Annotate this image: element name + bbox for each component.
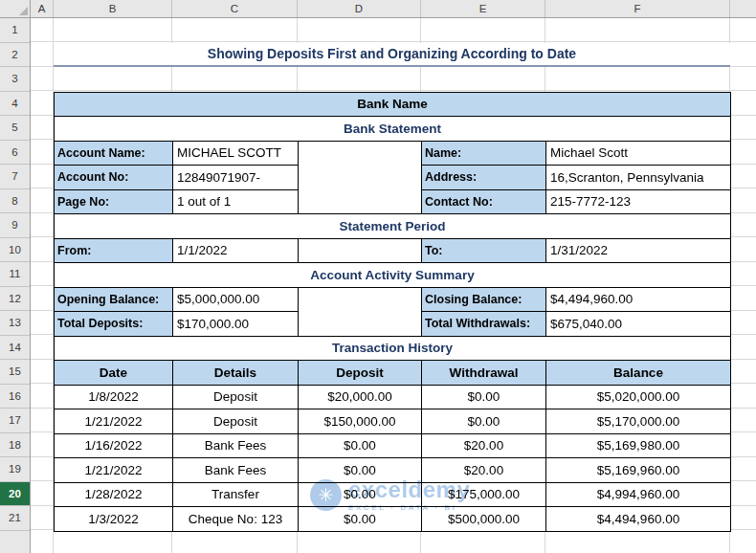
page-no-value[interactable]: 1 out of 1 [173,190,299,215]
txn-balance-cell[interactable]: $5,170,000.00 [546,409,731,434]
row-header-6[interactable]: 6 [0,141,30,166]
page-no-label[interactable]: Page No: [55,190,173,215]
section-statement-period[interactable]: Statement Period [55,214,731,239]
row-header-1[interactable]: 1 [0,18,30,43]
txn-date-cell[interactable]: 1/21/2022 [55,409,173,434]
row-header-18[interactable]: 18 [0,433,30,458]
total-withdrawals-label[interactable]: Total Withdrawals: [422,312,546,337]
section-bank-statement[interactable]: Bank Statement [55,117,731,142]
row-header-15[interactable]: 15 [0,360,30,385]
excel-sheet: A B C D E F 1 2 3 4 5 6 7 8 9 10 11 12 1… [0,0,756,553]
name-value[interactable]: Michael Scott [546,142,731,166]
column-header-d[interactable]: D [298,0,421,17]
txn-details-cell[interactable]: Transfer [173,483,299,508]
total-withdrawals-value[interactable]: $675,040.00 [546,312,731,337]
txn-balance-cell[interactable]: $5,020,000.00 [546,386,731,410]
opening-balance-label[interactable]: Opening Balance: [55,288,173,313]
txn-details-cell[interactable]: Cheque No: 123 [173,507,299,532]
account-no-value[interactable]: 12849071907- [173,166,299,190]
txn-details-cell[interactable]: Deposit [173,386,299,410]
empty-merged-cell-top[interactable] [299,142,422,215]
watermark-text: exceldemy EXCEL · DATA · BI [348,478,470,512]
row-header-20-selected[interactable]: 20 [0,482,30,507]
txn-balance-cell[interactable]: $4,994,960.00 [546,483,731,508]
bank-name-cell[interactable]: Bank Name [55,93,731,118]
txn-withdrawal-cell[interactable]: $20.00 [422,434,546,459]
sheet-grid[interactable]: Showing Deposits First and Organizing Ac… [31,18,756,553]
closing-balance-value[interactable]: $4,494,960.00 [546,288,731,313]
watermark-tagline: EXCEL · DATA · BI [348,503,470,512]
opening-balance-value[interactable]: $5,000,000.00 [173,288,299,313]
row-header-11[interactable]: 11 [0,262,30,287]
row-header-21[interactable]: 21 [0,506,30,531]
address-label[interactable]: Address: [422,166,546,190]
txn-withdrawal-cell[interactable]: $0.00 [422,386,546,410]
txn-details-cell[interactable]: Bank Fees [173,434,299,459]
txn-deposit-cell[interactable]: $150,000.00 [299,409,422,434]
row-header-9[interactable]: 9 [0,213,30,238]
column-header-f[interactable]: F [545,0,730,17]
txn-header-details[interactable]: Details [173,361,299,386]
to-label[interactable]: To: [422,239,546,264]
row-header-10[interactable]: 10 [0,238,30,263]
row-header-2[interactable]: 2 [0,43,30,68]
txn-header-deposit[interactable]: Deposit [299,361,422,386]
row-header-17[interactable]: 17 [0,409,30,433]
contact-no-label[interactable]: Contact No: [422,190,546,215]
row-header-partial [0,531,30,553]
select-all-corner[interactable] [0,0,31,17]
txn-deposit-cell[interactable]: $0.00 [299,434,422,459]
bank-statement-table: Bank Name Bank Statement Account Name: M… [54,92,731,532]
row-header-5[interactable]: 5 [0,116,30,141]
column-header-c[interactable]: C [172,0,298,17]
account-name-value[interactable]: MICHAEL SCOTT [173,142,299,166]
total-deposits-label[interactable]: Total Deposits: [55,312,173,337]
txn-date-cell[interactable]: 1/8/2022 [55,386,173,410]
name-label[interactable]: Name: [422,142,546,166]
txn-deposit-cell[interactable]: $20,000.00 [299,386,422,410]
row-header-19[interactable]: 19 [0,457,30,482]
txn-date-cell[interactable]: 1/16/2022 [55,434,173,459]
row-header-3[interactable]: 3 [0,67,30,92]
row-header-13[interactable]: 13 [0,311,30,336]
from-label[interactable]: From: [55,239,173,264]
row-header-14[interactable]: 14 [0,336,30,361]
txn-header-date[interactable]: Date [55,361,173,386]
watermark-name: exceldemy [348,478,470,501]
to-value[interactable]: 1/31/2022 [546,239,731,264]
exceldemy-watermark: ✳ exceldemy EXCEL · DATA · BI [310,478,470,512]
column-header-g-partial[interactable] [730,0,756,17]
row-header-7[interactable]: 7 [0,165,30,189]
txn-header-withdrawal[interactable]: Withdrawal [422,361,546,386]
row-header-8[interactable]: 8 [0,189,30,214]
column-header-b[interactable]: B [54,0,172,17]
from-value[interactable]: 1/1/2022 [173,239,299,264]
account-name-label[interactable]: Account Name: [55,142,173,166]
address-value[interactable]: 16,Scranton, Pennsylvania [546,166,731,190]
row-header-4[interactable]: 4 [0,92,30,117]
txn-balance-cell[interactable]: $4,494,960.00 [546,507,731,532]
txn-date-cell[interactable]: 1/3/2022 [55,507,173,532]
txn-withdrawal-cell[interactable]: $0.00 [422,409,546,434]
txn-date-cell[interactable]: 1/21/2022 [55,458,173,483]
exceldemy-logo-icon: ✳ [310,479,342,511]
total-deposits-value[interactable]: $170,000.00 [173,312,299,337]
txn-details-cell[interactable]: Deposit [173,409,299,434]
section-account-activity[interactable]: Account Activity Summary [55,263,731,288]
closing-balance-label[interactable]: Closing Balance: [422,288,546,313]
txn-details-cell[interactable]: Bank Fees [173,458,299,483]
txn-date-cell[interactable]: 1/28/2022 [55,483,173,508]
empty-merged-cell-summary[interactable] [299,288,422,337]
section-transaction-history[interactable]: Transaction History [55,337,731,362]
txn-balance-cell[interactable]: $5,169,980.00 [546,434,731,459]
txn-header-balance[interactable]: Balance [546,361,731,386]
account-no-label[interactable]: Account No: [55,166,173,190]
empty-cell-period[interactable] [299,239,422,264]
sheet-title[interactable]: Showing Deposits First and Organizing Ac… [54,43,730,68]
column-header-a[interactable]: A [31,0,54,17]
txn-balance-cell[interactable]: $5,169,960.00 [546,458,731,483]
contact-no-value[interactable]: 215-7772-123 [546,190,731,215]
column-header-e[interactable]: E [421,0,545,17]
row-header-12[interactable]: 12 [0,287,30,312]
row-header-16[interactable]: 16 [0,385,30,409]
